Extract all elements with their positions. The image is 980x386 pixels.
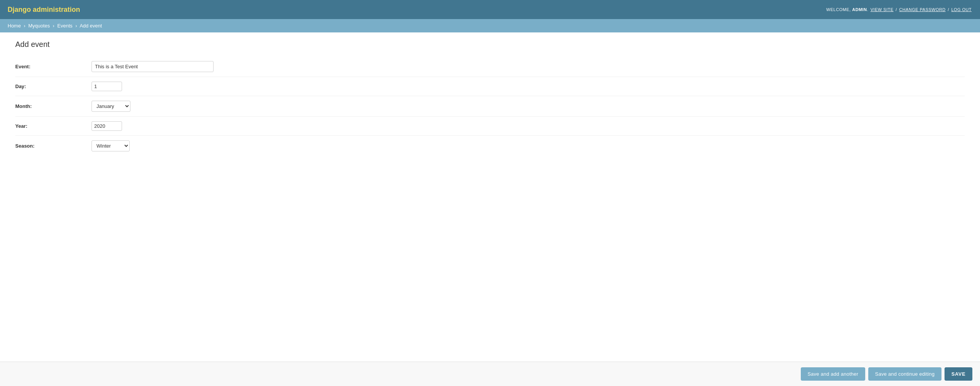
month-label: Month: — [15, 103, 92, 109]
season-label: Season: — [15, 143, 92, 149]
breadcrumb: Home › Myquotes › Events › Add event — [0, 19, 980, 32]
header: Django administration WELCOME, ADMIN. VI… — [0, 0, 980, 19]
month-select[interactable]: January February March April May June Ju… — [92, 101, 130, 112]
add-event-form: Event: Day: Month: January February Marc… — [15, 56, 965, 183]
site-name-link[interactable]: Django administration — [8, 6, 80, 14]
view-site-link[interactable]: VIEW SITE — [871, 7, 894, 12]
day-label: Day: — [15, 84, 92, 89]
submit-spacer — [15, 156, 965, 183]
breadcrumb-home[interactable]: Home — [8, 23, 21, 29]
change-password-link[interactable]: CHANGE PASSWORD — [899, 7, 946, 12]
event-label: Event: — [15, 64, 92, 69]
year-input[interactable] — [92, 121, 122, 131]
event-input[interactable] — [92, 61, 214, 72]
season-select[interactable]: Spring Summer Autumn Winter — [92, 140, 130, 151]
year-field-row: Year: — [15, 116, 965, 135]
event-field-row: Event: — [15, 56, 965, 77]
day-field-row: Day: — [15, 77, 965, 96]
month-field-row: Month: January February March April May … — [15, 96, 965, 116]
event-field-box — [92, 61, 965, 72]
month-field-box: January February March April May June Ju… — [92, 101, 965, 112]
breadcrumb-current: Add event — [80, 23, 102, 29]
username: ADMIN — [852, 7, 867, 12]
day-input[interactable] — [92, 82, 122, 91]
year-label: Year: — [15, 123, 92, 129]
season-field-box: Spring Summer Autumn Winter — [92, 140, 965, 151]
breadcrumb-app[interactable]: Myquotes — [28, 23, 50, 29]
breadcrumb-separator-3: › — [76, 23, 77, 29]
log-out-link[interactable]: LOG OUT — [951, 7, 972, 12]
breadcrumb-model[interactable]: Events — [57, 23, 72, 29]
day-field-box — [92, 82, 965, 91]
welcome-text: WELCOME, — [826, 7, 851, 12]
user-tools: WELCOME, ADMIN. VIEW SITE / CHANGE PASSW… — [826, 7, 972, 12]
page-title: Add event — [15, 40, 965, 49]
year-field-box — [92, 121, 965, 131]
breadcrumb-separator-2: › — [53, 23, 54, 29]
season-field-row: Season: Spring Summer Autumn Winter — [15, 135, 965, 156]
content-area: Add event Event: Day: Month: January Feb… — [0, 32, 980, 190]
breadcrumb-separator-1: › — [24, 23, 25, 29]
